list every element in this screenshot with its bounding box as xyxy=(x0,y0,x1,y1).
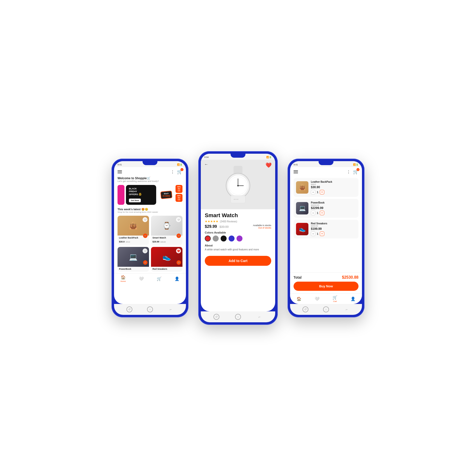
qty-control-shoes: − 1 + xyxy=(311,232,356,236)
product-detail-body: Smart Watch ★★★★★ (3400 Reviews) $29.99 … xyxy=(201,209,275,311)
qty-minus-laptop[interactable]: − xyxy=(311,211,315,215)
wishlist-laptop-button[interactable]: 🤍 xyxy=(143,248,148,253)
home-hardware-button-3[interactable]: ○ xyxy=(323,306,329,312)
more-options-icon-3[interactable]: ⋮ xyxy=(347,170,351,174)
qty-plus-bag[interactable]: + xyxy=(320,190,324,194)
product-info-shoes: Red Sneakers xyxy=(151,267,182,272)
cart-bag-button[interactable]: 🛒 xyxy=(143,234,148,238)
total-row: Total $2530.88 xyxy=(294,275,358,280)
cart-item-price-shoes: $199.99 xyxy=(311,227,356,231)
recent-hardware-button-2[interactable]: ⌐ xyxy=(257,314,263,320)
cart-item-laptop: 💻 PowerBook $2299.99 $2299.99 − 1 + xyxy=(294,199,358,218)
wishlist-shoes-button[interactable]: ❤️ xyxy=(176,248,181,253)
cart-item-info-laptop: PowerBook $2299.99 $2299.99 − 1 + xyxy=(311,201,356,215)
profile-icon-3: 👤 xyxy=(351,297,356,301)
product-name-shoes: Red Sneakers xyxy=(152,268,181,270)
product-info-laptop: PowerBook xyxy=(118,267,149,272)
qty-control-laptop: − 1 + xyxy=(311,211,356,215)
cart-item-img-bag: 👜 xyxy=(296,181,308,194)
product-hero: ← xyxy=(201,160,275,209)
nav-profile[interactable]: 👤 xyxy=(175,276,179,281)
status-time-2: 9:04 xyxy=(204,156,209,158)
phone-2-screen: 9:04 📶🔋 ← xyxy=(201,154,275,311)
phone-3-bottom-bar: ↺ ○ ⌐ xyxy=(290,304,362,315)
cart-nav-icon: 🛒 xyxy=(157,276,162,281)
nav-profile-3[interactable]: 👤 xyxy=(351,297,356,301)
welcome-title: Welcome to Shoppie🛒 xyxy=(118,177,182,180)
recent-hardware-button[interactable]: ⌐ xyxy=(168,306,174,312)
back-hardware-button-2[interactable]: ↺ xyxy=(213,314,219,320)
cart-item-img-laptop: 💻 xyxy=(296,202,308,214)
detail-old-price: $39.99 xyxy=(219,225,229,229)
qty-control-bag: − 1 + xyxy=(311,190,356,194)
total-label: Total xyxy=(294,275,301,279)
wishlist-watch-button[interactable]: 🤍 xyxy=(176,217,181,222)
cart-watch-button[interactable]: 🛒 xyxy=(177,234,181,238)
phone-2: 9:04 📶🔋 ← xyxy=(198,151,278,325)
color-purple[interactable] xyxy=(237,236,242,241)
favorite-button[interactable]: ❤️ xyxy=(266,162,272,168)
cart-badge: 1 xyxy=(180,168,183,171)
about-text: A white smart watch with good features a… xyxy=(205,248,271,251)
cart-item-name-bag: Leather BackPack xyxy=(311,180,356,183)
nav-cart-3[interactable]: 🛒 Cart xyxy=(332,295,337,302)
back-button[interactable]: ← xyxy=(204,162,208,167)
hamburger-menu-icon[interactable] xyxy=(118,170,122,173)
banner-side: 50%DUCO 50%DUCO xyxy=(176,185,182,205)
svg-point-8 xyxy=(234,199,235,200)
banner-side-item-2: 50%DUCO xyxy=(176,194,182,202)
product-card-bag: 👜 🤍 🛒 Leather BackPack $30.9 $40.9 xyxy=(118,216,149,245)
add-to-cart-button[interactable]: Add to Cart xyxy=(205,256,271,266)
nav-cart[interactable]: 🛒 xyxy=(157,276,162,281)
recent-hardware-button-3[interactable]: ⌐ xyxy=(344,306,350,312)
qty-value-laptop: 1 xyxy=(317,211,318,214)
qty-minus-shoes[interactable]: − xyxy=(311,232,315,236)
qty-value-bag: 1 xyxy=(317,191,318,194)
nav-home[interactable]: 🏠 Home xyxy=(120,275,126,282)
cart-laptop-button[interactable]: 🛒 xyxy=(143,260,148,265)
qty-plus-laptop[interactable]: + xyxy=(320,211,324,215)
banner-side-item-1: 50%DUCO xyxy=(176,185,182,193)
nav-wishlist-3[interactable]: 🤍 xyxy=(315,297,320,301)
cart-badge-3: 3 xyxy=(357,168,359,171)
about-section: About A white smart watch with good feat… xyxy=(205,244,271,251)
get-now-button[interactable]: Get Now xyxy=(129,199,141,202)
home-hardware-button[interactable]: ○ xyxy=(147,306,153,312)
more-options-icon[interactable]: ⋮ xyxy=(171,170,175,174)
cart-button[interactable]: 🛒 1 xyxy=(177,169,182,175)
cart-button-3[interactable]: 🛒 3 xyxy=(353,169,358,175)
product-card-laptop: 💻 🤍 🛒 PowerBook xyxy=(118,247,149,272)
nav-home-label: Home xyxy=(120,280,126,282)
wishlist-bag-button[interactable]: 🤍 xyxy=(143,217,148,222)
home-hardware-button-2[interactable]: ○ xyxy=(235,314,241,320)
banner-pink-strip xyxy=(118,185,124,205)
color-gray[interactable] xyxy=(213,236,219,241)
cart-item-name-shoes: Red Sneakers xyxy=(311,222,356,225)
rating-row: ★★★★★ (3400 Reviews) xyxy=(205,220,271,223)
hamburger-menu-icon-3[interactable] xyxy=(294,170,298,173)
stock-info: Available in stocks Out of stocks xyxy=(253,224,271,229)
cart-item-old-price-bag: $40.9 xyxy=(311,183,356,185)
cart-header: ⋮ 🛒 3 xyxy=(290,167,362,176)
qty-minus-bag[interactable]: − xyxy=(311,190,315,194)
cart-item-old-price-shoes: $299.99 xyxy=(311,225,356,227)
in-stock-text: Available in stocks xyxy=(253,224,271,227)
color-red[interactable] xyxy=(205,236,211,241)
svg-point-10 xyxy=(237,199,238,200)
color-black[interactable] xyxy=(221,236,227,241)
nav-wishlist[interactable]: 🤍 xyxy=(139,276,144,281)
nav-home-3[interactable]: 🏠 xyxy=(297,297,301,301)
out-stock-text: Out of stocks xyxy=(253,227,271,229)
back-hardware-button-3[interactable]: ↺ xyxy=(302,306,308,312)
nav-cart-label-3: Cart xyxy=(333,300,337,302)
cart-item-info-bag: Leather BackPack $40.9 $30.90 − 1 + xyxy=(311,180,356,194)
status-time: 9:41 xyxy=(118,163,122,166)
buy-now-button[interactable]: Buy Now xyxy=(294,282,358,291)
product-card-watch: ⌚ 🤍 🛒 Smart Watch $29.99 $39.99 xyxy=(151,216,182,245)
review-count: (3400 Reviews) xyxy=(220,220,237,223)
cart-footer: Total $2530.88 Buy Now xyxy=(290,272,362,293)
qty-plus-shoes[interactable]: + xyxy=(320,232,324,236)
back-hardware-button[interactable]: ↺ xyxy=(126,306,132,312)
cart-shoes-button[interactable]: 🛒 xyxy=(177,260,181,265)
color-blue[interactable] xyxy=(229,236,235,241)
